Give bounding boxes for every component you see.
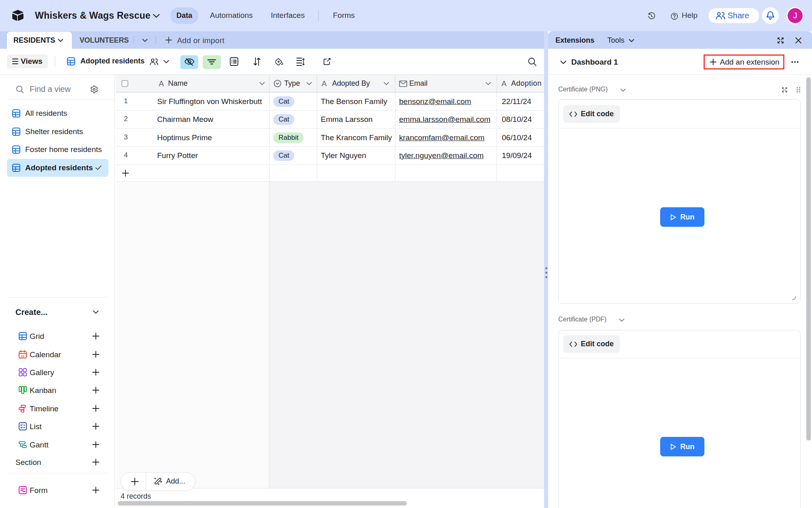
svg-text:31: 31 <box>21 354 24 358</box>
